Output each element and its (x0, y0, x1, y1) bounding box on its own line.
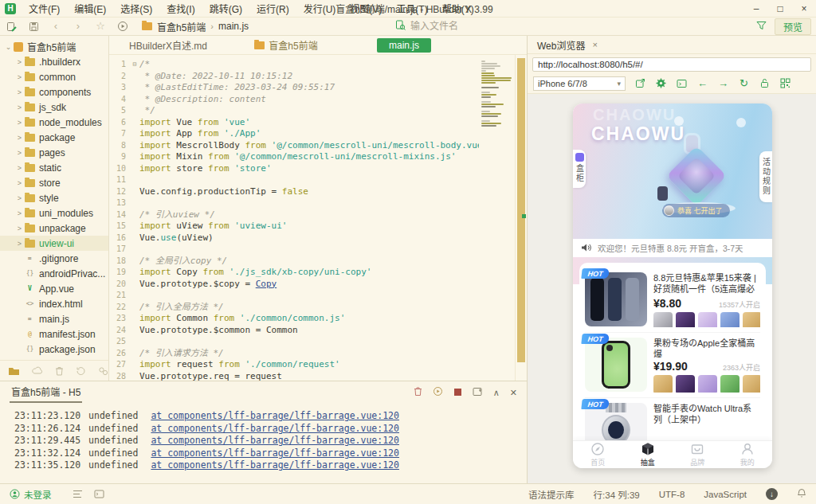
product-thumb[interactable] (676, 312, 695, 327)
product-thumb[interactable] (698, 375, 717, 393)
breadcrumb-project[interactable]: 盲盒h5前端 (157, 20, 206, 33)
code-line[interactable]: 24Vue.prototype.$common = Common (109, 325, 527, 337)
url-input[interactable] (532, 57, 811, 72)
menu-item-文件-f-[interactable]: 文件(F) (22, 2, 67, 15)
breadcrumb-file[interactable]: main.js (218, 21, 249, 32)
tree-item--hbuilderx[interactable]: >.hbuilderx (0, 54, 108, 69)
code-line[interactable]: 4 * @Description: content (109, 94, 527, 106)
nav-forward-icon[interactable]: → (717, 77, 729, 89)
tree-item--gitignore[interactable]: ≡.gitignore (0, 251, 108, 266)
unlock-icon[interactable] (759, 78, 771, 88)
tree-item-unpackage[interactable]: >unpackage (0, 221, 108, 236)
tabbar-item-品牌[interactable]: 品牌 (673, 441, 723, 468)
console-tab[interactable]: 盲盒h5前端 - H5 (10, 382, 82, 403)
tree-item-盲盒h5前端[interactable]: ⌄盲盒h5前端 (0, 39, 108, 54)
log-source-link[interactable]: at components/lff-barrage/lff-barrage.vu… (151, 435, 399, 446)
code-line[interactable]: 23import Common from './common/common.js… (109, 313, 527, 325)
tree-item-pages[interactable]: >pages (0, 145, 108, 160)
product-thumb[interactable] (698, 312, 717, 327)
code-line[interactable]: 19import Copy from './js_sdk/xb-copy/uni… (109, 267, 527, 279)
code-line[interactable]: 10import store from 'store' (109, 163, 527, 175)
devtools-icon[interactable] (676, 79, 688, 88)
scrollbar-thumb[interactable] (517, 58, 525, 362)
console-clear-icon[interactable] (414, 385, 422, 400)
encoding-label[interactable]: UTF-8 (659, 490, 685, 499)
code-line[interactable]: 22/* 引入全局方法 */ (109, 302, 527, 314)
code-line[interactable]: 26/* 引入请求方法 */ (109, 348, 527, 360)
star-icon[interactable]: ☆ (89, 18, 112, 35)
tree-item-common[interactable]: >common (0, 69, 108, 84)
code-line[interactable]: 18/* 全局引入copy */ (109, 256, 527, 268)
cabinet-tag[interactable]: 盒柜 (573, 150, 586, 188)
tabbar-item-首页[interactable]: 首页 (573, 441, 623, 468)
menu-item-查找-i-[interactable]: 查找(I) (159, 2, 202, 15)
menu-item-选择-s-[interactable]: 选择(S) (113, 2, 159, 15)
console-export-icon[interactable] (473, 385, 483, 400)
code-line[interactable]: 20Vue.prototype.$copy = Copy (109, 279, 527, 291)
code-area[interactable]: 1⊟/*2 * @Date: 2022-10-11 10:15:123 * @L… (109, 55, 527, 381)
code-line[interactable]: 15import uView from 'uview-ui' (109, 221, 527, 232)
code-line[interactable]: 1⊟/* (109, 59, 527, 71)
minimap[interactable] (479, 59, 514, 381)
tree-item-js-sdk[interactable]: >js_sdk (0, 100, 108, 115)
settings-icon[interactable] (655, 78, 667, 88)
filter-icon[interactable] (756, 19, 767, 33)
maximize-button[interactable]: □ (768, 0, 792, 18)
product-thumb[interactable] (743, 312, 760, 327)
open-external-icon[interactable] (634, 78, 646, 88)
code-line[interactable]: 21 (109, 290, 527, 302)
plugins-icon[interactable] (98, 366, 108, 376)
editor-tab-盲盒h5前端[interactable]: 盲盒h5前端 (227, 36, 345, 55)
bell-icon[interactable] (797, 488, 806, 500)
close-button[interactable]: × (792, 0, 816, 18)
log-source-link[interactable]: at components/lff-barrage/lff-barrage.vu… (151, 459, 399, 471)
terminal-icon[interactable] (94, 490, 104, 498)
tree-item-uni-modules[interactable]: >uni_modules (0, 205, 108, 221)
forward-icon[interactable]: › (67, 18, 89, 35)
code-line[interactable]: 27import request from './common/request' (109, 359, 527, 371)
product-card[interactable]: HOT果粉专场のApple全家桶高爆¥19.902363人开启 (585, 333, 760, 398)
tree-item-store[interactable]: >store (0, 175, 108, 190)
run-icon[interactable] (112, 21, 134, 32)
code-line[interactable]: 28Vue.prototype.req = request (109, 371, 527, 381)
minimize-button[interactable]: – (744, 0, 768, 18)
fold-marker-icon[interactable]: ⊟ (130, 59, 139, 71)
save-icon[interactable] (22, 21, 45, 32)
tree-item-components[interactable]: >components (0, 84, 108, 100)
code-line[interactable]: 17 (109, 244, 527, 256)
qrcode-icon[interactable] (779, 78, 791, 88)
history-icon[interactable] (76, 366, 86, 376)
code-line[interactable]: 6import Vue from 'vue' (109, 117, 527, 129)
tree-item-app-vue[interactable]: VApp.vue (0, 281, 108, 296)
tabbar-item-抽盒[interactable]: 抽盒 (623, 441, 673, 468)
product-card[interactable]: HOT8.8元旦特惠&苹果15来袭 | 好货随机一件（5连高爆必中）¥8.801… (585, 268, 760, 333)
search-input[interactable] (410, 21, 554, 32)
outline-icon[interactable] (73, 490, 83, 498)
code-line[interactable]: 3 * @LastEditTime: 2023-03-24 09:55:17 (109, 82, 527, 94)
code-line[interactable]: 13 (109, 197, 527, 209)
log-source-link[interactable]: at components/lff-barrage/lff-barrage.vu… (151, 423, 399, 434)
tree-item-main-js[interactable]: ≡main.js (0, 311, 108, 326)
tree-item-package-json[interactable]: {}package.json (0, 342, 108, 357)
code-line[interactable]: 11 (109, 174, 527, 186)
log-source-link[interactable]: at components/lff-barrage/lff-barrage.vu… (151, 447, 399, 459)
explorer-folder-icon[interactable] (8, 366, 20, 376)
preview-button[interactable]: 预览 (775, 18, 811, 35)
console-collapse-icon[interactable]: ∧ (493, 388, 500, 398)
product-thumb[interactable] (676, 375, 695, 393)
code-line[interactable]: 9import Mixin from '@/common/mescroll-un… (109, 151, 527, 163)
product-thumb[interactable] (720, 375, 740, 393)
tree-item-androidprivac-[interactable]: {}androidPrivac... (0, 266, 108, 281)
code-line[interactable]: 16Vue.use(uView) (109, 232, 527, 244)
rules-tag[interactable]: 活动规则 (759, 151, 772, 202)
tree-item-static[interactable]: >static (0, 160, 108, 175)
console-close-icon[interactable]: ✕ (510, 388, 517, 398)
statusbar-login[interactable]: 未登录 (10, 488, 52, 501)
refresh-icon[interactable]: ↻ (738, 77, 750, 89)
code-line[interactable]: 14/* 引入uview */ (109, 209, 527, 221)
product-thumb[interactable] (653, 375, 673, 393)
syntax-lib-label[interactable]: 语法提示库 (528, 488, 575, 501)
product-thumb[interactable] (653, 312, 673, 327)
editor-tab-hbuilderx自述-md[interactable]: HBuilderX自述.md (109, 36, 227, 55)
product-thumb[interactable] (743, 375, 760, 393)
